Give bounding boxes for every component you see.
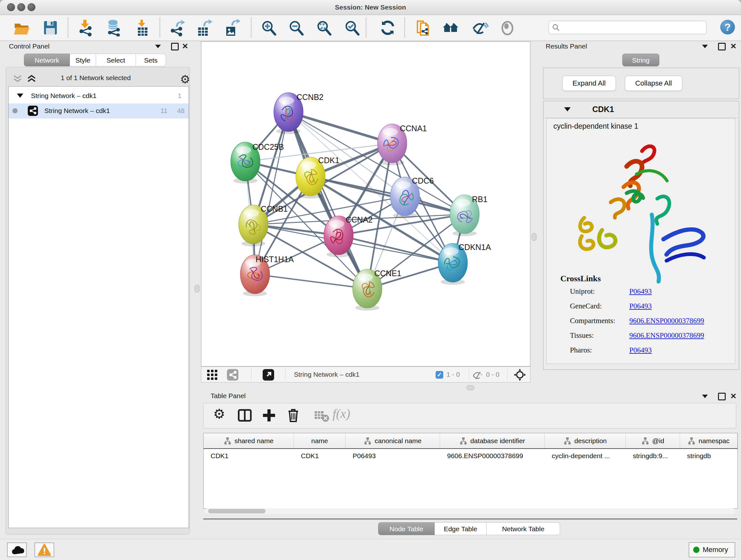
tab-node-table[interactable]: Node Table bbox=[378, 522, 434, 535]
tab-network-table[interactable]: Network Table bbox=[487, 522, 560, 535]
crosslink-link[interactable]: P06493 bbox=[629, 302, 652, 310]
refresh-icon[interactable] bbox=[379, 19, 396, 37]
show-columns-icon[interactable] bbox=[237, 408, 253, 423]
crosslink-link[interactable]: 9606.ENSP00000378699 bbox=[629, 317, 704, 325]
network-badge-icon[interactable] bbox=[227, 369, 239, 381]
tree-collapse-icon[interactable] bbox=[17, 94, 23, 98]
results-panel-close-icon[interactable]: ✕ bbox=[730, 43, 737, 50]
table-settings-gear-icon[interactable]: ⚙ bbox=[213, 406, 225, 422]
gene-section-collapse-icon[interactable] bbox=[564, 107, 570, 111]
expand-all-icon[interactable] bbox=[27, 75, 37, 83]
cloud-status-button[interactable] bbox=[7, 543, 27, 557]
import-table-file-icon[interactable] bbox=[134, 19, 151, 37]
node-label-CCNB1: CCNB1 bbox=[261, 204, 288, 213]
network-options-gear-icon[interactable]: ⚙ bbox=[180, 73, 190, 86]
zoom-in-icon[interactable] bbox=[260, 19, 278, 37]
tab-sets[interactable]: Sets bbox=[136, 54, 166, 66]
export-network-icon[interactable] bbox=[169, 19, 186, 37]
save-session-icon[interactable] bbox=[42, 19, 59, 37]
import-network-file-icon[interactable] bbox=[77, 19, 95, 37]
help-icon[interactable]: ? bbox=[720, 20, 735, 35]
fit-content-crosshair-icon[interactable] bbox=[514, 368, 526, 381]
column-header-database-identifier[interactable]: database identifier bbox=[440, 433, 545, 448]
table-cell: CDK1 bbox=[204, 449, 294, 463]
copy-network-icon[interactable] bbox=[415, 19, 432, 37]
hidden-eye-icon[interactable] bbox=[472, 370, 483, 380]
divider-handle-horizontal[interactable] bbox=[467, 385, 474, 390]
control-panel-float-icon[interactable] bbox=[171, 43, 179, 51]
search-icon bbox=[552, 23, 560, 32]
column-type-icon bbox=[642, 437, 649, 445]
edge-CCNB2-CCNE1[interactable] bbox=[288, 112, 367, 289]
hide-panel-eye-icon[interactable] bbox=[471, 19, 488, 37]
divider-handle-right[interactable] bbox=[532, 233, 536, 241]
table-row[interactable]: CDK1CDK1P064939606.ENSP00000378699cyclin… bbox=[204, 449, 738, 463]
network-canvas[interactable]: CCNB2CCNA1CDC25BCDK1CDC6RB1CCNB1CCNA2CDK… bbox=[201, 42, 530, 367]
table-cell: 9606.ENSP00000378699 bbox=[440, 449, 545, 463]
crosslink-link[interactable]: 9606.ENSP00000378699 bbox=[629, 331, 704, 340]
control-panel-menu-icon[interactable] bbox=[155, 45, 161, 48]
gene-section-header[interactable] bbox=[543, 101, 738, 118]
column-type-icon bbox=[563, 437, 571, 445]
memory-button[interactable]: Memory bbox=[689, 542, 735, 557]
crosslink-label: Compartments: bbox=[570, 317, 615, 325]
search-input[interactable] bbox=[563, 22, 701, 33]
open-in-window-icon[interactable] bbox=[263, 369, 274, 381]
table-panel-float-icon[interactable] bbox=[718, 393, 726, 400]
show-panel-eye-icon[interactable] bbox=[499, 19, 516, 37]
edge-CCNB2-HIST1H1A[interactable] bbox=[255, 112, 288, 274]
column-header-name[interactable]: name bbox=[294, 433, 346, 448]
table-horizontal-scrollbar[interactable] bbox=[204, 508, 736, 514]
tab-network[interactable]: Network bbox=[24, 54, 70, 66]
home-icon[interactable] bbox=[442, 19, 459, 37]
edge-HIST1H1A-CCNE1[interactable] bbox=[255, 274, 367, 289]
tab-select[interactable]: Select bbox=[96, 54, 136, 66]
divider-handle-left[interactable] bbox=[195, 285, 199, 293]
export-image-icon[interactable] bbox=[223, 19, 240, 37]
column-header--id[interactable]: @id bbox=[626, 433, 680, 448]
crosslink-link[interactable]: P06493 bbox=[629, 346, 652, 354]
network-tree-child-row[interactable]: String Network – cdk1 11 48 bbox=[9, 104, 189, 118]
ribbon-segment bbox=[636, 171, 667, 181]
tab-edge-table[interactable]: Edge Table bbox=[434, 522, 487, 535]
control-panel-close-icon[interactable]: ✕ bbox=[182, 43, 188, 50]
tab-string[interactable]: String bbox=[622, 54, 659, 66]
tab-style[interactable]: Style bbox=[70, 54, 96, 66]
selected-checkbox-icon[interactable]: ✓ bbox=[435, 371, 443, 379]
node-label-CCNE1: CCNE1 bbox=[374, 269, 401, 278]
netbar-separator bbox=[251, 369, 252, 381]
crosslink-link[interactable]: P06493 bbox=[629, 287, 652, 296]
zoom-fit-icon[interactable] bbox=[316, 19, 333, 37]
table-panel-menu-icon[interactable] bbox=[702, 395, 708, 398]
network-tree-root-row[interactable]: String Network – cdk1 1 bbox=[9, 88, 189, 104]
export-table-icon[interactable] bbox=[196, 19, 213, 37]
collapse-all-icon[interactable] bbox=[13, 75, 22, 83]
delete-table-icon[interactable] bbox=[313, 408, 329, 423]
warning-status-button[interactable] bbox=[35, 543, 54, 557]
memory-label: Memory bbox=[703, 546, 728, 554]
network-tree: String Network – cdk1 1 String Network –… bbox=[8, 86, 189, 528]
table-panel-close-icon[interactable]: ✕ bbox=[730, 392, 737, 400]
zoom-selected-icon[interactable] bbox=[344, 19, 361, 37]
results-panel-float-icon[interactable] bbox=[718, 43, 726, 51]
expand-all-button[interactable]: Expand All bbox=[562, 76, 616, 91]
column-header-description[interactable]: description bbox=[545, 433, 626, 448]
column-header-canonical-name[interactable]: canonical name bbox=[346, 433, 440, 448]
scrollbar-thumb[interactable] bbox=[208, 509, 266, 513]
edge-CCNB2-CCNA1[interactable] bbox=[288, 112, 392, 143]
selected-count: 1 - 0 bbox=[447, 371, 460, 378]
grid-view-icon[interactable] bbox=[207, 370, 218, 380]
column-header-shared-name[interactable]: shared name bbox=[204, 433, 294, 448]
import-network-database-icon[interactable] bbox=[105, 19, 123, 37]
column-type-icon bbox=[460, 437, 467, 445]
delete-column-icon[interactable] bbox=[285, 408, 301, 423]
ribbon-segment bbox=[599, 230, 615, 247]
open-session-icon[interactable] bbox=[13, 19, 30, 37]
zoom-out-icon[interactable] bbox=[288, 19, 305, 37]
add-column-icon[interactable] bbox=[261, 408, 277, 423]
edge-CDK1-RB1[interactable] bbox=[311, 177, 465, 214]
column-header-namespac[interactable]: namespac bbox=[680, 433, 738, 448]
results-panel-menu-icon[interactable] bbox=[702, 45, 708, 48]
collapse-all-button[interactable]: Collapse All bbox=[625, 76, 682, 91]
function-builder-icon[interactable]: f(x) bbox=[333, 406, 350, 421]
